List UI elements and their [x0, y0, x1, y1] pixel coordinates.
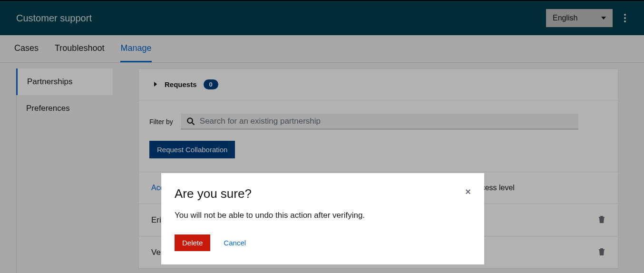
modal-header: Are you sure? × [175, 186, 471, 201]
modal-body: You will not be able to undo this action… [175, 211, 471, 220]
delete-button[interactable]: Delete [175, 234, 210, 251]
modal-footer: Delete Cancel [175, 234, 471, 251]
close-icon[interactable]: × [465, 186, 471, 197]
confirm-modal: Are you sure? × You will not be able to … [161, 173, 484, 264]
modal-title: Are you sure? [175, 186, 252, 201]
cancel-button[interactable]: Cancel [224, 239, 246, 247]
